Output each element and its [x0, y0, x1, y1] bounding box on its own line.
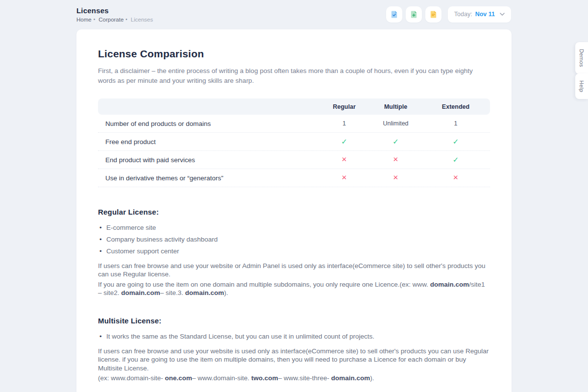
cell-value: 1 — [343, 120, 346, 127]
breadcrumb-separator: • — [125, 17, 127, 22]
table-row: Number of end products or domains 1 Unli… — [98, 115, 490, 133]
paragraph: If you are going to use the item on one … — [98, 280, 490, 297]
file-add-button[interactable] — [406, 6, 422, 23]
comparison-table: Regular Multiple Extended Number of end … — [98, 98, 490, 187]
table-header-row: Regular Multiple Extended — [98, 98, 490, 115]
demos-tab[interactable]: Demos — [575, 42, 588, 74]
multisite-license-paragraphs: If users can free browse and use your we… — [98, 347, 490, 382]
list-item: It works the same as the Standard Licens… — [98, 333, 490, 340]
check-mark: ✓ — [453, 155, 459, 164]
table-cell: ✕ — [421, 174, 490, 181]
table-cell: ✓ — [370, 138, 421, 146]
table-cell: ✕ — [370, 174, 421, 181]
column-header-multiple: Multiple — [370, 103, 421, 110]
regular-license-list: E-commerce site Company business activit… — [98, 224, 490, 255]
row-label: Use in derivative themes or “generators” — [98, 174, 318, 182]
table-cell: 1 — [421, 120, 490, 127]
table-cell: ✕ — [370, 156, 421, 163]
row-label: End product with paid services — [98, 156, 318, 164]
intro-text: First, a disclaimer – the entire process… — [98, 66, 490, 85]
table-cell: 1 — [318, 120, 370, 127]
page-title: Licenses — [76, 6, 153, 15]
list-item: Company business activity dashboard — [98, 236, 490, 243]
breadcrumb-separator: • — [94, 17, 96, 22]
table-cell: ✓ — [318, 138, 370, 146]
topbar-actions: Today: Nov 11 — [386, 6, 511, 23]
multisite-license-list: It works the same as the Standard Licens… — [98, 333, 490, 340]
file-check-icon — [390, 10, 398, 19]
date-prefix-label: Today: — [454, 11, 472, 18]
topbar: Licenses Home• Corporate• Licenses — [0, 0, 588, 28]
multisite-license-section: Multisite License: It works the same as … — [98, 317, 490, 382]
table-cell: ✕ — [318, 174, 370, 181]
paragraph: If users can free browse and use your we… — [98, 262, 490, 279]
row-label: Free end product — [98, 138, 318, 146]
cross-mark: ✕ — [453, 174, 458, 181]
cross-mark: ✕ — [393, 156, 398, 163]
file-check-button[interactable] — [386, 6, 402, 23]
multisite-license-heading: Multisite License: — [98, 317, 490, 325]
check-mark: ✓ — [341, 137, 347, 146]
check-mark: ✓ — [453, 137, 459, 146]
breadcrumb: Home• Corporate• Licenses — [76, 17, 153, 23]
file-text-button[interactable] — [425, 6, 441, 23]
column-header-extended: Extended — [421, 103, 490, 110]
paragraph: (ex: www.domain-site- one.com– www.domai… — [98, 374, 490, 382]
chevron-down-icon — [500, 13, 505, 16]
check-mark: ✓ — [392, 137, 399, 146]
regular-license-paragraphs: If users can free browse and use your we… — [98, 262, 490, 297]
table-cell: ✓ — [421, 138, 490, 146]
list-item: Customer support center — [98, 247, 490, 255]
column-header-regular: Regular — [318, 103, 370, 110]
table-row: Free end product ✓ ✓ ✓ — [98, 133, 490, 151]
row-label: Number of end products or domains — [98, 120, 318, 127]
date-selector[interactable]: Today: Nov 11 — [448, 6, 511, 23]
breadcrumb-corporate[interactable]: Corporate — [98, 17, 123, 23]
list-item: E-commerce site — [98, 224, 490, 231]
regular-license-heading: Regular License: — [98, 208, 490, 216]
file-text-icon — [429, 10, 438, 19]
license-comparison-card: License Comparision First, a disclaimer … — [76, 29, 512, 392]
date-value: Nov 11 — [475, 11, 495, 18]
table-row: End product with paid services ✕ ✕ ✓ — [98, 151, 490, 169]
help-tab[interactable]: Help — [575, 74, 588, 99]
paragraph: If users can free browse and use your we… — [98, 347, 490, 372]
breadcrumb-home[interactable]: Home — [76, 17, 92, 23]
table-body: Number of end products or domains 1 Unli… — [98, 115, 490, 187]
title-block: Licenses Home• Corporate• Licenses — [76, 6, 153, 23]
file-add-icon — [410, 10, 418, 19]
cell-value: Unlimited — [383, 120, 408, 127]
cross-mark: ✕ — [393, 174, 398, 181]
card-heading: License Comparision — [98, 48, 490, 60]
regular-license-section: Regular License: E-commerce site Company… — [98, 208, 490, 297]
table-cell: ✕ — [318, 156, 370, 163]
cross-mark: ✕ — [342, 174, 347, 181]
cross-mark: ✕ — [342, 156, 347, 163]
table-cell: ✓ — [421, 156, 490, 164]
breadcrumb-licenses: Licenses — [131, 17, 153, 23]
table-row: Use in derivative themes or “generators”… — [98, 169, 490, 187]
cell-value: 1 — [454, 120, 458, 127]
table-cell: Unlimited — [370, 120, 421, 127]
